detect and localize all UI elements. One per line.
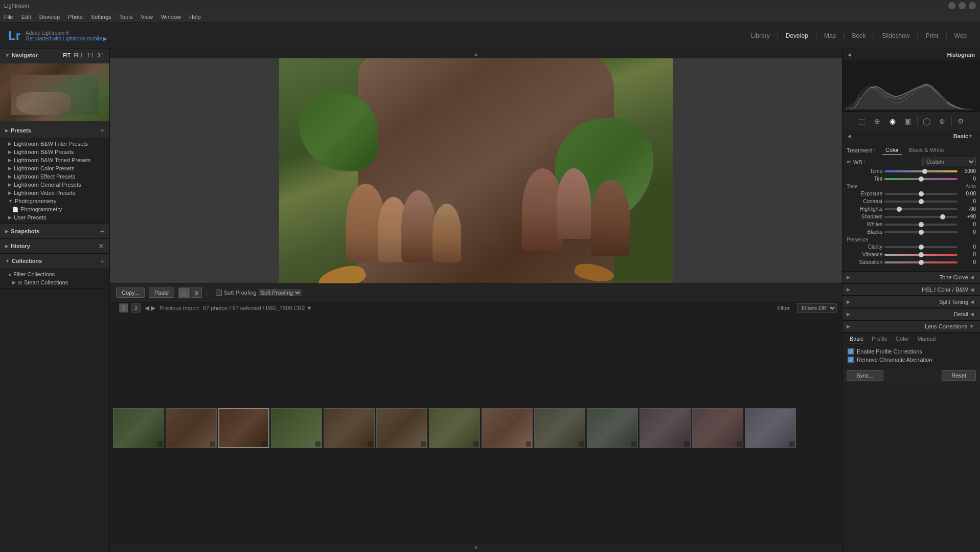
history-close-button[interactable]: ✕ <box>98 242 104 250</box>
preset-user[interactable]: ▶ User Presets <box>0 213 109 222</box>
film-thumb-4[interactable] <box>271 408 322 448</box>
preset-general[interactable]: ▶ Lightroom General Presets <box>0 181 109 189</box>
nav-3-1[interactable]: 3:1 <box>97 53 104 58</box>
whites-handle[interactable] <box>919 222 924 227</box>
wb-select[interactable]: Custom <box>922 158 976 166</box>
shadows-track[interactable] <box>884 216 958 218</box>
tint-track[interactable] <box>884 178 958 180</box>
navigator-header[interactable]: ▼ Navigator FIT FILL 1:1 3:1 <box>0 49 109 61</box>
heal-tool[interactable]: ⊕ <box>871 115 883 127</box>
auto-button[interactable]: Auto <box>965 184 976 189</box>
module-develop[interactable]: Develop <box>781 30 813 41</box>
lens-tab-manual[interactable]: Manual <box>914 335 939 343</box>
sync-button[interactable]: Sync... <box>847 370 883 381</box>
contrast-handle[interactable] <box>919 199 924 204</box>
menu-tools[interactable]: Tools <box>120 14 133 20</box>
preset-bw-toned[interactable]: ▶ Lightroom B&W Toned Presets <box>0 156 109 164</box>
module-web[interactable]: Web <box>949 30 972 41</box>
close-button[interactable]: ✕ <box>969 2 976 9</box>
collections-header[interactable]: ▼ Collections + <box>0 254 109 268</box>
copy-button[interactable]: Copy... <box>116 288 145 298</box>
page-2[interactable]: 2 <box>131 303 141 313</box>
soft-proofing-select[interactable]: Soft Proofing <box>259 289 302 296</box>
redeye-tool[interactable]: ◉ <box>886 115 899 127</box>
vibrance-handle[interactable] <box>919 252 924 257</box>
snapshots-header[interactable]: ▶ Snapshots + <box>0 224 109 238</box>
split-toning-header[interactable]: ▶ Split Toning ◀ <box>842 296 980 308</box>
snapshots-add-button[interactable]: + <box>100 227 104 235</box>
lens-tab-color[interactable]: Color <box>893 335 912 343</box>
module-slideshow[interactable]: Slideshow <box>877 30 915 41</box>
preset-bw[interactable]: ▶ Lightroom B&W Presets <box>0 148 109 156</box>
top-panel-toggle[interactable]: ▲ <box>110 49 842 58</box>
menu-photo[interactable]: Photo <box>68 14 83 20</box>
film-thumb-3[interactable] <box>218 408 269 448</box>
temp-track[interactable] <box>884 170 958 172</box>
film-thumb-7[interactable] <box>429 408 480 448</box>
prev-arrow[interactable]: ◀ <box>145 304 149 312</box>
menu-edit[interactable]: Edit <box>21 14 31 20</box>
reset-button[interactable]: Reset <box>942 370 976 381</box>
eyedropper-icon[interactable]: ✏ <box>847 159 851 165</box>
detail-header[interactable]: ▶ Detail ◀ <box>842 308 980 320</box>
basic-header[interactable]: ◀ Basic ▼ <box>842 130 980 142</box>
history-header[interactable]: ▶ History ✕ <box>0 239 109 253</box>
collections-add-button[interactable]: + <box>100 257 104 265</box>
exposure-handle[interactable] <box>919 191 924 196</box>
module-book[interactable]: Book <box>847 30 871 41</box>
clarity-handle[interactable] <box>919 245 924 250</box>
menu-settings[interactable]: Settings <box>91 14 111 20</box>
graduated-filter-tool[interactable]: ▣ <box>902 115 914 127</box>
saturation-handle[interactable] <box>919 260 924 265</box>
preset-photogrammetry[interactable]: ▼ Photogrammetry <box>0 197 109 205</box>
film-thumb-9[interactable] <box>534 408 585 448</box>
module-map[interactable]: Map <box>819 30 841 41</box>
film-thumb-5[interactable] <box>324 408 375 448</box>
remove-chromatic-checkbox[interactable]: ✓ <box>848 357 854 363</box>
film-thumb-10[interactable] <box>587 408 638 448</box>
film-thumb-2[interactable] <box>166 408 217 448</box>
bottom-panel-toggle[interactable]: ▼ <box>110 543 842 552</box>
mobile-link[interactable]: Get started with Lightroom mobile ▶ <box>26 36 107 41</box>
histogram-header[interactable]: ◀ Histogram <box>842 49 980 60</box>
lens-tab-profile[interactable]: Profile <box>869 335 891 343</box>
menu-window[interactable]: Window <box>161 14 181 20</box>
presets-add-button[interactable]: + <box>100 126 104 135</box>
film-thumb-12[interactable] <box>692 408 743 448</box>
highlights-handle[interactable] <box>897 207 902 212</box>
preset-photogrammetry-sub[interactable]: 📄 Photogrammetry <box>0 205 109 213</box>
blacks-track[interactable] <box>884 231 958 233</box>
blacks-handle[interactable] <box>919 230 924 235</box>
film-thumb-11[interactable] <box>640 408 691 448</box>
film-thumb-6[interactable] <box>376 408 427 448</box>
filter-select[interactable]: Filters Off <box>797 303 837 313</box>
saturation-track[interactable] <box>884 261 958 263</box>
tone-curve-header[interactable]: ▶ Tone Curve ◀ <box>842 272 980 283</box>
preset-video[interactable]: ▶ Lightroom Video Presets <box>0 189 109 197</box>
module-library[interactable]: Library <box>746 30 775 41</box>
menu-file[interactable]: File <box>4 14 13 20</box>
nav-fill[interactable]: FILL <box>74 53 84 58</box>
module-print[interactable]: Print <box>921 30 944 41</box>
page-1[interactable]: 1 <box>119 303 128 313</box>
preset-effect[interactable]: ▶ Lightroom Effect Presets <box>0 172 109 181</box>
smart-collections[interactable]: ▶ ⊞ Smart Collections <box>0 278 109 286</box>
paste-button[interactable]: Paste <box>149 288 174 298</box>
hsl-header[interactable]: ▶ HSL / Color / B&W ◀ <box>842 284 980 296</box>
clarity-track[interactable] <box>884 246 958 248</box>
next-arrow[interactable]: ▶ <box>151 304 155 312</box>
whites-track[interactable] <box>884 224 958 226</box>
color-option[interactable]: Color <box>882 146 902 154</box>
temp-handle[interactable] <box>922 169 927 174</box>
lens-corrections-header[interactable]: ▶ Lens Corrections ▼ <box>842 321 980 333</box>
radial-filter-tool[interactable]: ◯ <box>921 115 933 127</box>
lens-tab-basic[interactable]: Basic <box>847 335 867 343</box>
contrast-track[interactable] <box>884 201 958 203</box>
presets-header[interactable]: ▶ Presets + <box>0 123 109 138</box>
preset-bw-filter[interactable]: ▶ Lightroom B&W Filter Presets <box>0 140 109 148</box>
menu-help[interactable]: Help <box>189 14 201 20</box>
brush-tool[interactable]: ⊗ <box>936 115 948 127</box>
film-thumb-13[interactable] <box>745 408 796 448</box>
vibrance-track[interactable] <box>884 254 958 256</box>
film-thumb-1[interactable] <box>113 408 164 448</box>
